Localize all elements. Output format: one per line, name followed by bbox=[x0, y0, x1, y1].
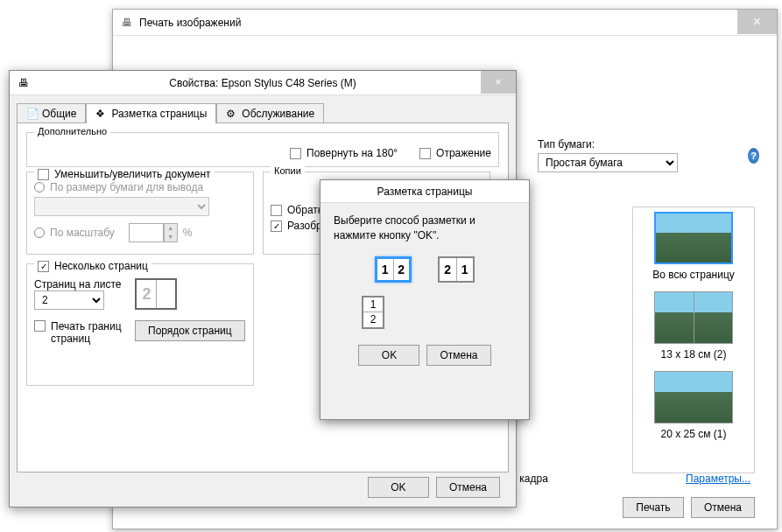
paper-type-label: Тип бумаги: bbox=[538, 138, 678, 150]
gear-icon: ⚙ bbox=[226, 108, 238, 120]
layout-item-20x25[interactable]: 20 x 25 см (1) bbox=[638, 371, 750, 440]
tab-maintenance[interactable]: ⚙Обслуживание bbox=[216, 103, 324, 123]
layout-icon: ❖ bbox=[95, 108, 108, 120]
multipage-checkbox[interactable] bbox=[38, 261, 49, 272]
by-paper-radio bbox=[34, 182, 45, 192]
layout-thumb bbox=[654, 212, 733, 264]
pages-preview-icon: 2 bbox=[135, 278, 177, 310]
resize-checkbox[interactable] bbox=[38, 169, 49, 180]
layout-option-12[interactable]: 12 bbox=[375, 256, 412, 283]
layout-thumb bbox=[654, 371, 733, 424]
ok-button[interactable]: OK bbox=[358, 345, 419, 366]
printer-icon: 🖶 bbox=[122, 17, 132, 29]
layout-label: 13 x 18 см (2) bbox=[638, 348, 750, 360]
reverse-checkbox[interactable] bbox=[271, 205, 282, 216]
cancel-button[interactable]: Отмена bbox=[436, 477, 500, 498]
cancel-button[interactable]: Отмена bbox=[426, 345, 490, 366]
paper-type-select[interactable]: Простая бумага bbox=[538, 153, 678, 172]
layout-option-vertical[interactable]: 12 bbox=[362, 296, 384, 329]
printer-icon: 🖶 bbox=[18, 77, 29, 89]
parameters-link[interactable]: Параметры... bbox=[686, 472, 750, 485]
layout-thumb bbox=[654, 291, 733, 344]
dialog-title: Разметка страницы bbox=[321, 180, 529, 203]
document-icon: 📄 bbox=[26, 108, 39, 120]
ok-button[interactable]: OK bbox=[368, 477, 429, 498]
page-order-button[interactable]: Порядок страниц bbox=[135, 320, 245, 341]
pages-per-sheet-select[interactable]: 2 bbox=[34, 290, 104, 310]
paper-type-row: Тип бумаги: Простая бумага ? bbox=[538, 138, 759, 172]
print-button[interactable]: Печать bbox=[623, 497, 684, 518]
layout-panel[interactable]: Во всю страницу 13 x 18 см (2) 20 x 25 с… bbox=[632, 206, 755, 473]
layout-label: Во всю страницу bbox=[638, 269, 750, 281]
props-titlebar: 🖶 Свойства: Epson Stylus C48 Series (M) … bbox=[10, 71, 516, 95]
layout-item-full[interactable]: Во всю страницу bbox=[638, 212, 750, 281]
layout-option-21[interactable]: 21 bbox=[438, 256, 475, 283]
tab-layout[interactable]: ❖Разметка страницы bbox=[86, 103, 216, 123]
group-title: Дополнительно bbox=[34, 126, 110, 136]
scale-input bbox=[129, 223, 164, 242]
layout-label: 20 x 25 см (1) bbox=[638, 428, 750, 440]
print-borders-checkbox[interactable] bbox=[34, 320, 46, 332]
close-button[interactable]: × bbox=[737, 10, 777, 34]
paper-size-select bbox=[34, 197, 209, 216]
help-icon[interactable]: ? bbox=[748, 148, 759, 164]
print-titlebar: 🖶 Печать изображений bbox=[113, 10, 777, 36]
tab-general[interactable]: 📄Общие bbox=[17, 103, 86, 123]
pages-per-sheet-label: Страниц на листе bbox=[34, 278, 121, 290]
frame-label: у кадра bbox=[511, 472, 548, 485]
print-title: Печать изображений bbox=[139, 17, 241, 29]
close-button[interactable]: × bbox=[481, 71, 516, 94]
cancel-button[interactable]: Отмена bbox=[691, 497, 755, 518]
dialog-message: Выберите способ разметки и нажмите кнопк… bbox=[334, 214, 516, 243]
group-multipage: Несколько страниц Страниц на листе 2 2 П… bbox=[26, 263, 254, 386]
tabs: 📄Общие ❖Разметка страницы ⚙Обслуживание bbox=[17, 102, 509, 122]
layout-item-13x18[interactable]: 13 x 18 см (2) bbox=[638, 291, 750, 360]
props-title: Свойства: Epson Stylus C48 Series (M) bbox=[169, 77, 356, 89]
group-resize: Уменьшить/увеличить документ По размеру … bbox=[26, 172, 254, 255]
collate-checkbox[interactable] bbox=[271, 220, 282, 232]
page-layout-dialog: Разметка страницы Выберите способ размет… bbox=[320, 179, 530, 420]
by-scale-radio bbox=[34, 228, 45, 238]
